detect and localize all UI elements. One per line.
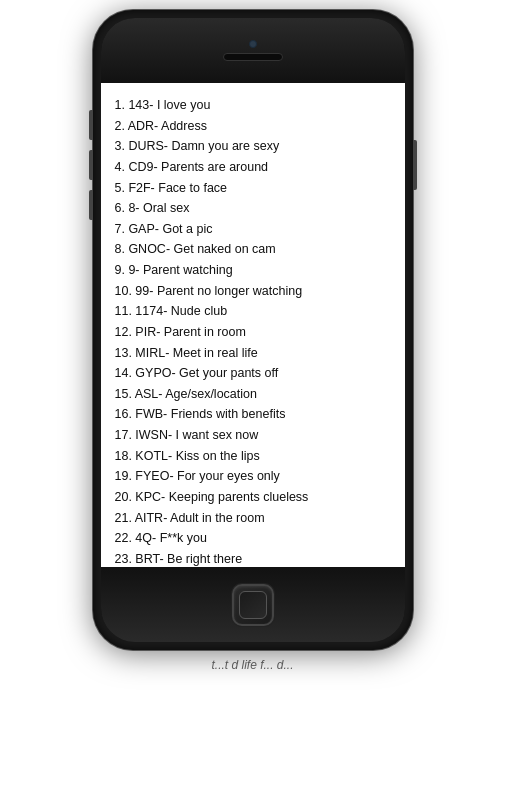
list-item: 18. KOTL- Kiss on the lips xyxy=(115,446,391,467)
list-item: 14. GYPO- Get your pants off xyxy=(115,363,391,384)
list-item: 15. ASL- Age/sex/location xyxy=(115,384,391,405)
list-item: 9. 9- Parent watching xyxy=(115,260,391,281)
page-wrapper: 1. 143- I love you2. ADR- Address3. DURS… xyxy=(93,10,413,672)
home-button[interactable] xyxy=(232,584,274,626)
list-item: 12. PIR- Parent in room xyxy=(115,322,391,343)
list-item: 1. 143- I love you xyxy=(115,95,391,116)
list-item: 20. KPC- Keeping parents clueless xyxy=(115,487,391,508)
list-item: 19. FYEO- For your eyes only xyxy=(115,466,391,487)
list-item: 3. DURS- Damn you are sexy xyxy=(115,136,391,157)
list-item: 16. FWB- Friends with benefits xyxy=(115,404,391,425)
list-item: 4. CD9- Parents are around xyxy=(115,157,391,178)
list-item: 17. IWSN- I want sex now xyxy=(115,425,391,446)
speaker xyxy=(223,53,283,61)
home-button-inner xyxy=(239,591,267,619)
list-item: 23. BRT- Be right there xyxy=(115,549,391,567)
list-item: 22. 4Q- F**k you xyxy=(115,528,391,549)
list-item: 5. F2F- Face to face xyxy=(115,178,391,199)
screen-content: 1. 143- I love you2. ADR- Address3. DURS… xyxy=(101,83,405,567)
phone-device: 1. 143- I love you2. ADR- Address3. DURS… xyxy=(93,10,413,650)
list-item: 13. MIRL- Meet in real life xyxy=(115,343,391,364)
phone-bottom xyxy=(101,567,405,642)
list-item: 11. 1174- Nude club xyxy=(115,301,391,322)
caption: t...t d life f... d... xyxy=(211,658,293,672)
list-item: 7. GAP- Got a pic xyxy=(115,219,391,240)
list-item: 10. 99- Parent no longer watching xyxy=(115,281,391,302)
camera xyxy=(249,40,257,48)
phone-top xyxy=(101,18,405,83)
list-item: 2. ADR- Address xyxy=(115,116,391,137)
phone-screen: 1. 143- I love you2. ADR- Address3. DURS… xyxy=(101,83,405,567)
phone-inner: 1. 143- I love you2. ADR- Address3. DURS… xyxy=(101,18,405,642)
list-item: 6. 8- Oral sex xyxy=(115,198,391,219)
list-item: 21. AITR- Adult in the room xyxy=(115,508,391,529)
list-item: 8. GNOC- Get naked on cam xyxy=(115,239,391,260)
